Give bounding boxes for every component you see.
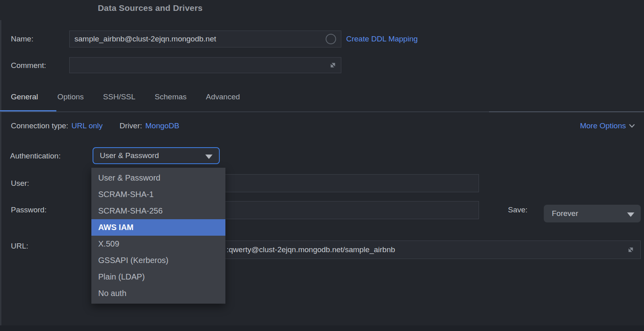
user-label: User: [11,179,29,188]
expand-icon[interactable] [627,246,635,254]
driver-label: Driver: [120,121,142,130]
auth-option-user-password[interactable]: User & Password [91,170,225,186]
tabs-divider-right [489,111,644,112]
authentication-combobox[interactable]: User & Password [93,147,220,164]
panel-left-border [0,20,1,331]
password-label: Password: [11,206,47,214]
name-input-value: sample_airbnb@clust-2ejqn.mongodb.net [74,35,216,43]
url-input-value: :qwerty@clust-2ejqn.mongodb.net/sample_a… [227,245,395,254]
tab-options[interactable]: Options [58,93,84,104]
tab-ssh-ssl[interactable]: SSH/SSL [103,93,135,104]
caret-down-icon [627,212,634,217]
auth-option-plain-ldap[interactable]: Plain (LDAP) [91,269,225,285]
auth-option-gssapi-kerberos[interactable]: GSSAPI (Kerberos) [91,252,225,269]
authentication-dropdown-list: User & Password SCRAM-SHA-1 SCRAM-SHA-25… [91,168,225,304]
create-ddl-mapping-link[interactable]: Create DDL Mapping [346,35,418,43]
caret-down-icon [205,154,213,159]
auth-option-scram-sha-1[interactable]: SCRAM-SHA-1 [91,186,225,203]
auth-option-aws-iam[interactable]: AWS IAM [91,219,225,236]
tabs-divider [0,111,489,112]
comment-input[interactable] [69,57,341,73]
dialog-title: Data Sources and Drivers [98,3,202,13]
driver-value-link[interactable]: MongoDB [145,121,180,130]
bottom-edge [0,325,644,331]
tab-advanced[interactable]: Advanced [206,93,240,104]
auth-option-no-auth[interactable]: No auth [91,285,225,302]
tabs-bar: General Options SSH/SSL Schemas Advanced [11,93,240,104]
more-options-label: More Options [580,121,626,130]
save-duration-combobox[interactable]: Forever [544,205,641,222]
tab-general[interactable]: General [11,93,38,104]
more-options-link[interactable]: More Options [580,121,635,130]
save-duration-value: Forever [552,209,578,218]
name-label: Name: [11,35,33,43]
data-sources-dialog: Data Sources and Drivers Name: sample_ai… [0,0,644,331]
auth-option-scram-sha-256[interactable]: SCRAM-SHA-256 [91,203,225,219]
connection-type-row: Connection type: URL only Driver: MongoD… [11,121,180,130]
loading-circle-icon [326,34,336,44]
authentication-label: Authentication: [10,152,61,160]
save-label: Save: [508,206,528,214]
connection-type-value-link[interactable]: URL only [72,121,103,130]
authentication-combobox-value: User & Password [100,151,159,160]
tab-schemas[interactable]: Schemas [155,93,186,104]
chevron-down-icon [629,123,635,129]
comment-label: Comment: [11,61,46,70]
name-input[interactable]: sample_airbnb@clust-2ejqn.mongodb.net [69,31,341,47]
auth-option-x509[interactable]: X.509 [91,236,225,252]
url-label: URL: [11,242,28,251]
connection-type-label: Connection type: [11,121,68,130]
expand-icon[interactable] [329,61,337,69]
